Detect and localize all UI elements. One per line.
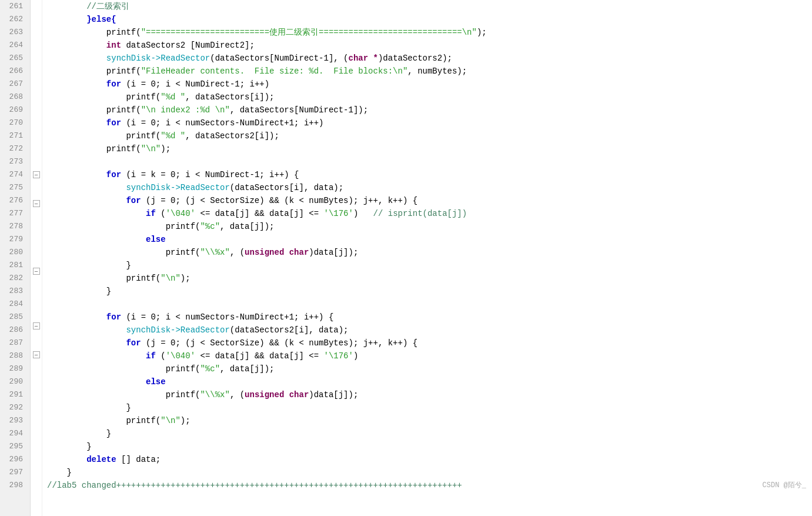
token-fn: , dataSectors[NumDirect-1]); bbox=[230, 105, 368, 115]
fold-row bbox=[31, 468, 42, 481]
token-fn: (j = 0; (j < SectorSize) && (k < numByte… bbox=[141, 338, 417, 348]
line-number: 294 bbox=[5, 427, 25, 440]
token-fn: } bbox=[126, 261, 131, 270]
token-fn: ); bbox=[161, 144, 171, 154]
token-fn: <= data[j] && data[j] <= bbox=[195, 209, 323, 218]
line-number: 286 bbox=[5, 324, 25, 337]
line-number: 289 bbox=[5, 362, 25, 375]
token-str: "\n index2 :%d \n" bbox=[141, 105, 230, 115]
line-number: 292 bbox=[5, 401, 25, 414]
token-cyan-fn: synchDisk->ReadSector bbox=[126, 325, 229, 335]
token-fn: ) bbox=[353, 209, 373, 218]
token-kw: for bbox=[126, 338, 141, 348]
code-line: int dataSectors2 [NumDirect2]; bbox=[47, 39, 812, 52]
token-fn: )dataSectors2); bbox=[378, 54, 452, 63]
token-fn: (dataSectors[NumDirect-1], ( bbox=[210, 54, 348, 63]
fold-row bbox=[31, 91, 42, 104]
code-line: printf("\\%x", (unsigned char)data[j]); bbox=[47, 388, 812, 401]
fold-marker[interactable]: − bbox=[33, 322, 40, 329]
token-fn: <= data[j] && data[j] <= bbox=[195, 351, 323, 361]
code-line: for (j = 0; (j < SectorSize) && (k < num… bbox=[47, 337, 812, 349]
token-fn: )data[j]); bbox=[309, 248, 358, 257]
token-comment: //二级索引 bbox=[86, 2, 129, 11]
line-number: 268 bbox=[5, 91, 25, 104]
line-number: 277 bbox=[5, 207, 25, 220]
fold-row bbox=[31, 364, 42, 377]
token-fn: printf( bbox=[126, 274, 161, 283]
token-fn: printf( bbox=[166, 222, 201, 231]
code-line: printf("%d ", dataSectors[i]); bbox=[47, 91, 812, 104]
code-line: else bbox=[47, 233, 812, 246]
token-fn: printf( bbox=[126, 131, 161, 141]
code-line: } bbox=[47, 427, 812, 440]
code-line: printf("%c", data[j]); bbox=[47, 362, 812, 375]
token-str: "\\%x" bbox=[200, 248, 229, 257]
code-line: synchDisk->ReadSector(dataSectors[NumDir… bbox=[47, 52, 812, 65]
token-str: "\\%x" bbox=[200, 390, 229, 400]
token-kw: else bbox=[146, 377, 166, 387]
token-kw: for bbox=[106, 118, 121, 128]
code-line: printf("%d ", dataSectors2[i]); bbox=[47, 129, 812, 142]
token-fn: dataSectors2 [NumDirect2]; bbox=[121, 41, 255, 50]
token-fn: printf( bbox=[126, 416, 161, 425]
line-number: 283 bbox=[5, 285, 25, 298]
code-line: printf("FileHeader contents. File size: … bbox=[47, 65, 812, 78]
fold-row bbox=[31, 52, 42, 65]
line-number: 298 bbox=[5, 479, 25, 492]
token-fn: (j = 0; (j < SectorSize) && (k < numByte… bbox=[141, 196, 417, 205]
fold-row bbox=[31, 129, 42, 142]
token-fn: , ( bbox=[230, 248, 245, 257]
token-fn: } bbox=[106, 287, 111, 296]
line-number: 270 bbox=[5, 116, 25, 129]
code-line: printf("\\%x", (unsigned char)data[j]); bbox=[47, 246, 812, 259]
line-number: 271 bbox=[5, 129, 25, 142]
fold-row: − bbox=[31, 171, 42, 184]
token-fn: , ( bbox=[230, 390, 245, 400]
token-cyan-fn: synchDisk->ReadSector bbox=[106, 54, 210, 63]
code-line: synchDisk->ReadSector(dataSectors2[i], d… bbox=[47, 324, 812, 337]
watermark: CSDN @陌兮_ bbox=[763, 479, 806, 492]
token-fn: (i = 0; i < numSectors-NumDirect+1; i++)… bbox=[121, 312, 333, 322]
token-kw: }else{ bbox=[86, 15, 116, 24]
token-str: '\176' bbox=[324, 351, 353, 361]
line-number: 272 bbox=[5, 142, 25, 155]
fold-marker[interactable]: − bbox=[33, 171, 40, 178]
code-line bbox=[47, 155, 812, 168]
fold-row bbox=[31, 307, 42, 319]
code-line: for (i = 0; i < numSectors-NumDirect+1; … bbox=[47, 116, 812, 129]
token-str: "\n" bbox=[161, 274, 181, 283]
fold-row bbox=[31, 481, 42, 494]
token-fn: printf( bbox=[166, 364, 201, 374]
token-str: '\040' bbox=[166, 351, 195, 361]
token-str: '\176' bbox=[324, 209, 353, 218]
token-fn: printf( bbox=[106, 66, 141, 76]
line-number: 279 bbox=[5, 233, 25, 246]
token-str: "\n" bbox=[141, 144, 161, 154]
line-number: 285 bbox=[5, 311, 25, 324]
token-str: "\n" bbox=[161, 416, 181, 425]
line-number: 266 bbox=[5, 65, 25, 78]
token-str: "%c" bbox=[200, 364, 220, 374]
code-area: //二级索引 }else{ printf("==================… bbox=[42, 0, 812, 516]
line-number: 265 bbox=[5, 52, 25, 65]
token-str: "=========================使用二级索引========… bbox=[141, 28, 477, 37]
line-number: 291 bbox=[5, 388, 25, 401]
code-line: printf("\n index2 :%d \n", dataSectors[N… bbox=[47, 104, 812, 116]
line-number: 267 bbox=[5, 78, 25, 91]
fold-row bbox=[31, 13, 42, 26]
fold-marker[interactable]: − bbox=[33, 200, 40, 207]
code-line: printf("\n"); bbox=[47, 142, 812, 155]
token-fn: , numBytes); bbox=[407, 66, 467, 76]
fold-marker[interactable]: − bbox=[33, 268, 40, 275]
token-kw: if bbox=[146, 209, 156, 218]
fold-gutter[interactable]: −−−−− bbox=[31, 0, 42, 516]
code-line: } bbox=[47, 259, 812, 272]
line-number: 287 bbox=[5, 337, 25, 349]
fold-row: − bbox=[31, 268, 42, 281]
code-line: for (j = 0; (j < SectorSize) && (k < num… bbox=[47, 194, 812, 207]
token-fn: } bbox=[106, 429, 111, 438]
fold-row bbox=[31, 494, 42, 507]
fold-marker[interactable]: − bbox=[33, 351, 40, 358]
fold-row bbox=[31, 252, 42, 265]
fold-row bbox=[31, 213, 42, 226]
